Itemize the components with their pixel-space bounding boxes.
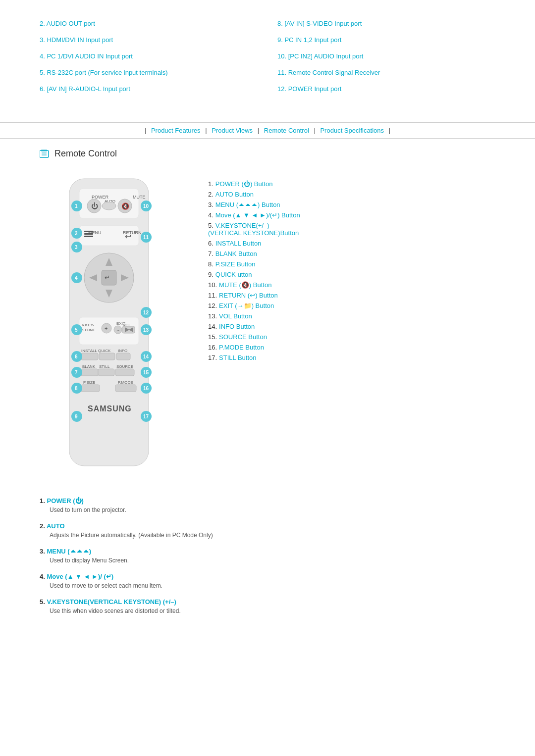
button-list-item: 13.VOL Button (208, 311, 505, 321)
desc-num: 4. (40, 573, 45, 580)
svg-text:7: 7 (75, 370, 78, 375)
button-list: 1.POWER (⏻) Button2.AUTO Button3.MENU (⏶… (208, 174, 505, 482)
svg-rect-18 (84, 233, 93, 235)
button-list-item: 4.Move (▲ ▼ ◄ ►)/(↵) Button (208, 210, 505, 220)
svg-text:10: 10 (143, 203, 149, 209)
svg-point-11 (102, 202, 116, 210)
svg-text:SOURCE: SOURCE (116, 364, 133, 369)
svg-rect-44 (99, 353, 115, 360)
svg-text:17: 17 (143, 414, 149, 419)
desc-num: 3. (40, 548, 45, 555)
desc-text: Used to turn on the projector. (40, 506, 495, 513)
button-list-item: 7.BLANK Button (208, 249, 505, 259)
section-header: Remote Control (0, 139, 535, 164)
button-list-item: 8.P.SIZE Button (208, 259, 505, 269)
port-item: 11. Remote Control Signal Receiver (277, 69, 495, 76)
button-list-item: 1.POWER (⏻) Button (208, 179, 505, 189)
svg-text:↩: ↩ (125, 232, 131, 241)
port-item: 4. PC 1/DVI AUDIO IN Input port (40, 52, 258, 60)
button-list-item: 11.RETURN (↩) Button (208, 290, 505, 301)
button-list-item: 9.QUICK utton (208, 269, 505, 280)
svg-text:1: 1 (75, 203, 78, 209)
svg-rect-45 (116, 353, 130, 360)
desc-text: Adjusts the Picture automatically. (Avai… (40, 532, 495, 539)
svg-text:9: 9 (75, 414, 78, 419)
nav-sep-1: | (205, 127, 207, 134)
description-item: 1. POWER (⏻) Used to turn on the project… (40, 497, 495, 513)
button-list-item: 17.STILL Button (208, 353, 505, 363)
svg-text:STONE: STONE (82, 328, 95, 332)
svg-text:5: 5 (75, 327, 78, 333)
svg-rect-0 (40, 151, 49, 157)
svg-text:🔇: 🔇 (121, 202, 130, 210)
svg-text:3: 3 (75, 245, 78, 250)
desc-highlight: Move (▲ ▼ ◄ ►)/ (↵) (47, 573, 113, 580)
desc-highlight: MENU (⏶⏶⏶) (47, 548, 91, 555)
desc-highlight: V.KEYSTONE(VERTICAL KEYSTONE) (+/–) (47, 598, 176, 605)
desc-title: 4. Move (▲ ▼ ◄ ►)/ (↵) (40, 573, 495, 580)
button-list-item: 10.MUTE (🔇) Button (208, 280, 505, 290)
desc-text: Use this when video scenes are distorted… (40, 607, 495, 614)
desc-num: 2. (40, 522, 45, 530)
button-list-item: 12.EXIT (→📁) Button (208, 301, 505, 311)
svg-rect-50 (98, 369, 114, 376)
svg-text:2: 2 (75, 231, 78, 236)
svg-text:⏻: ⏻ (91, 202, 98, 210)
svg-text:16: 16 (143, 386, 149, 391)
desc-num: 1. (40, 497, 45, 504)
desc-title: 1. POWER (⏻) (40, 497, 495, 504)
nav-product-views[interactable]: Product Views (212, 127, 253, 134)
main-content: POWER MUTE AUTO ⏻ 🔇 MENU RETURN ↩ (0, 164, 535, 492)
svg-text:15: 15 (143, 370, 149, 375)
remote-control-section-icon (40, 150, 51, 158)
svg-text:V.KEY-: V.KEY- (82, 323, 94, 327)
port-grid: 2. AUDIO OUT port8. [AV IN] S-VIDEO Inpu… (40, 20, 495, 93)
port-item: 2. AUDIO OUT port (40, 20, 258, 27)
description-item: 5. V.KEYSTONE(VERTICAL KEYSTONE) (+/–) U… (40, 598, 495, 614)
port-item: 3. HDMI/DVI IN Input port (40, 36, 258, 44)
button-list-item: 14.INFO Button (208, 321, 505, 332)
desc-title: 2. AUTO (40, 522, 495, 530)
svg-text:→: → (116, 328, 120, 333)
svg-rect-54 (81, 385, 100, 392)
svg-rect-19 (84, 236, 93, 237)
nav-product-specifications[interactable]: Product Specifications (320, 127, 384, 134)
port-item: 9. PC IN 1,2 Input port (277, 36, 495, 44)
svg-text:INSTALL: INSTALL (81, 349, 97, 353)
remote-image-container: POWER MUTE AUTO ⏻ 🔇 MENU RETURN ↩ (40, 174, 188, 482)
nav-remote-control[interactable]: Remote Control (264, 127, 309, 134)
svg-text:P.MODE: P.MODE (118, 380, 133, 385)
svg-text:SAMSUNG: SAMSUNG (88, 404, 132, 413)
svg-text:+: + (105, 325, 107, 331)
svg-rect-49 (81, 369, 98, 376)
nav-bar: | Product Features | Product Views | Rem… (0, 122, 535, 139)
desc-title: 5. V.KEYSTONE(VERTICAL KEYSTONE) (+/–) (40, 598, 495, 605)
button-list-item: 6.INSTALL Button (208, 238, 505, 249)
svg-text:8: 8 (75, 386, 78, 391)
svg-text:INFO: INFO (118, 349, 127, 353)
button-list-item: 5.V.KEYSTONE(+/–) (VERTICAL KEYSTONE)But… (208, 220, 505, 238)
nav-product-features[interactable]: Product Features (151, 127, 201, 134)
desc-text: Used to display Menu Screen. (40, 557, 495, 564)
description-item: 2. AUTO Adjusts the Picture automaticall… (40, 522, 495, 539)
desc-num: 5. (40, 598, 45, 605)
desc-title: 3. MENU (⏶⏶⏶) (40, 548, 495, 555)
nav-sep-2: | (258, 127, 259, 134)
port-item: 8. [AV IN] S-VIDEO Input port (277, 20, 495, 27)
section-title: Remote Control (54, 149, 117, 159)
button-list-item: 2.AUTO Button (208, 189, 505, 200)
port-list-section: 2. AUDIO OUT port8. [AV IN] S-VIDEO Inpu… (0, 0, 535, 107)
svg-rect-1 (41, 150, 47, 151)
svg-rect-43 (81, 353, 98, 360)
desc-highlight: AUTO (47, 522, 65, 530)
port-item: 5. RS-232C port (For service input termi… (40, 69, 258, 76)
button-list-item: 3.MENU (⏶⏶⏶) Button (208, 200, 505, 210)
svg-text:4: 4 (75, 275, 78, 281)
nav-separator-left: | (145, 127, 146, 134)
port-item: 6. [AV IN] R-AUDIO-L Input port (40, 85, 258, 93)
svg-text:12: 12 (143, 310, 149, 315)
description-section: 1. POWER (⏻) Used to turn on the project… (0, 492, 535, 633)
port-item: 12. POWER Input port (277, 85, 495, 93)
button-list-item: 16.P.MODE Button (208, 342, 505, 353)
button-list-item: 15.SOURCE Button (208, 332, 505, 342)
